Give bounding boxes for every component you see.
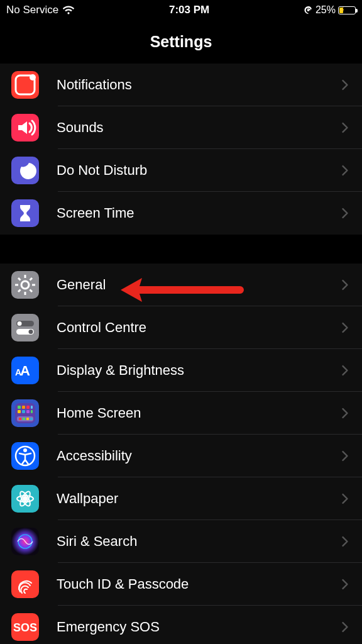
wallpaper-icon xyxy=(11,485,39,513)
settings-row-label: Touch ID & Passcode xyxy=(57,576,339,592)
homescreen-icon xyxy=(11,399,39,427)
chevron-right-icon xyxy=(339,360,351,380)
siri-icon xyxy=(11,528,39,555)
settings-row-label: Display & Brightness xyxy=(57,362,339,379)
settings-row-dnd[interactable]: Do Not Disturb xyxy=(0,149,362,192)
chevron-right-icon xyxy=(339,275,351,295)
settings-row-notifications[interactable]: Notifications xyxy=(0,64,362,106)
settings-row-accessibility[interactable]: Accessibility xyxy=(0,435,362,477)
settings-row-homescreen[interactable]: Home Screen xyxy=(0,392,362,435)
chevron-right-icon xyxy=(339,574,351,594)
service-text: No Service xyxy=(6,4,58,16)
chevron-right-icon xyxy=(339,318,351,338)
svg-rect-0 xyxy=(307,9,309,11)
orientation-lock-icon xyxy=(304,6,313,15)
settings-row-sos[interactable]: Emergency SOS xyxy=(0,606,362,644)
settings-row-touchid[interactable]: Touch ID & Passcode xyxy=(0,563,362,606)
settings-row-label: Screen Time xyxy=(57,205,339,221)
chevron-right-icon xyxy=(339,617,351,637)
display-icon xyxy=(11,357,39,384)
clock: 7:03 PM xyxy=(169,4,209,16)
page-title: Settings xyxy=(0,20,362,64)
status-bar: No Service 7:03 PM 25% ⚡ xyxy=(0,0,362,20)
settings-row-label: Control Centre xyxy=(57,319,339,336)
settings-row-label: Accessibility xyxy=(57,448,339,464)
settings-row-label: Sounds xyxy=(57,119,339,136)
settings-row-screentime[interactable]: Screen Time xyxy=(0,192,362,235)
chevron-right-icon xyxy=(339,160,351,180)
settings-row-label: Emergency SOS xyxy=(57,619,339,635)
sos-icon xyxy=(11,613,39,641)
settings-row-label: Home Screen xyxy=(57,405,339,421)
chevron-right-icon xyxy=(339,75,351,95)
moon-icon xyxy=(11,157,39,184)
chevron-right-icon xyxy=(339,531,351,552)
settings-row-sounds[interactable]: Sounds xyxy=(0,106,362,149)
settings-group: NotificationsSoundsDo Not DisturbScreen … xyxy=(0,64,362,235)
chevron-right-icon xyxy=(339,489,351,509)
hourglass-icon xyxy=(11,199,39,227)
settings-row-label: Do Not Disturb xyxy=(57,162,339,179)
settings-row-label: Notifications xyxy=(57,77,339,93)
wifi-icon xyxy=(62,6,75,15)
settings-row-label: Siri & Search xyxy=(57,533,339,550)
battery-pct: 25% xyxy=(315,4,336,16)
accessibility-icon xyxy=(11,442,39,470)
notifications-icon xyxy=(11,71,39,99)
chevron-right-icon xyxy=(339,446,351,466)
chevron-right-icon xyxy=(339,118,351,138)
settings-row-label: General xyxy=(57,277,339,293)
chevron-right-icon xyxy=(339,403,351,423)
settings-row-general[interactable]: General xyxy=(0,264,362,306)
settings-row-label: Wallpaper xyxy=(57,491,339,507)
fingerprint-icon xyxy=(11,570,39,598)
gear-icon xyxy=(11,271,39,299)
settings-row-wallpaper[interactable]: Wallpaper xyxy=(0,477,362,520)
battery-icon: ⚡ xyxy=(338,6,356,14)
settings-row-controlcentre[interactable]: Control Centre xyxy=(0,306,362,349)
switches-icon xyxy=(11,314,39,341)
settings-row-display[interactable]: Display & Brightness xyxy=(0,349,362,392)
chevron-right-icon xyxy=(339,203,351,223)
settings-list: NotificationsSoundsDo Not DisturbScreen … xyxy=(0,64,362,644)
sounds-icon xyxy=(11,114,39,142)
settings-group: GeneralControl CentreDisplay & Brightnes… xyxy=(0,264,362,644)
settings-row-siri[interactable]: Siri & Search xyxy=(0,520,362,563)
